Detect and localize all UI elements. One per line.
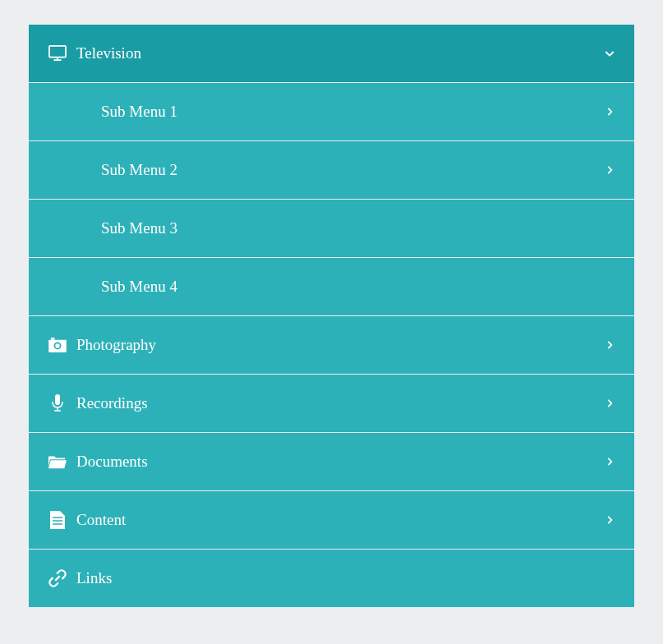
svg-rect-4 [51,338,55,340]
menu-item-label: Documents [76,453,148,471]
menu-item-label: Photography [76,336,156,354]
menu-item-label: Content [76,511,126,529]
menu-item-links[interactable]: Links [29,550,634,607]
file-text-icon [48,511,67,529]
submenu-item[interactable]: Sub Menu 1 [29,83,634,140]
menu-item-content[interactable]: Content [29,491,634,549]
chevron-right-icon [601,337,618,353]
chevron-right-icon [601,512,618,528]
submenu-item[interactable]: Sub Menu 3 [29,200,634,257]
link-icon [48,569,67,587]
svg-point-6 [55,343,59,347]
folder-open-icon [48,453,67,471]
submenu-item-label: Sub Menu 3 [101,219,177,237]
chevron-right-icon [601,395,618,412]
chevron-right-icon [601,162,618,178]
menu-item-recordings[interactable]: Recordings [29,375,634,432]
menu-item-label: Links [76,569,112,587]
submenu-item[interactable]: Sub Menu 4 [29,258,634,315]
tv-icon [48,44,67,62]
microphone-icon [48,394,67,412]
svg-rect-0 [49,46,66,58]
svg-rect-7 [55,394,60,405]
submenu-item[interactable]: Sub Menu 2 [29,141,634,199]
submenu-item-label: Sub Menu 1 [101,103,177,121]
accordion-menu: Television Sub Menu 1 Sub Menu 2 Sub Men… [29,25,634,607]
submenu-item-label: Sub Menu 2 [101,161,177,179]
chevron-right-icon [601,104,618,120]
submenu-item-label: Sub Menu 4 [101,278,177,296]
menu-item-label: Television [76,44,141,62]
chevron-down-icon [601,45,618,62]
chevron-right-icon [601,453,618,470]
menu-item-documents[interactable]: Documents [29,433,634,490]
menu-item-television[interactable]: Television [29,25,634,82]
camera-icon [48,336,67,354]
menu-item-photography[interactable]: Photography [29,316,634,374]
menu-item-label: Recordings [76,394,148,412]
